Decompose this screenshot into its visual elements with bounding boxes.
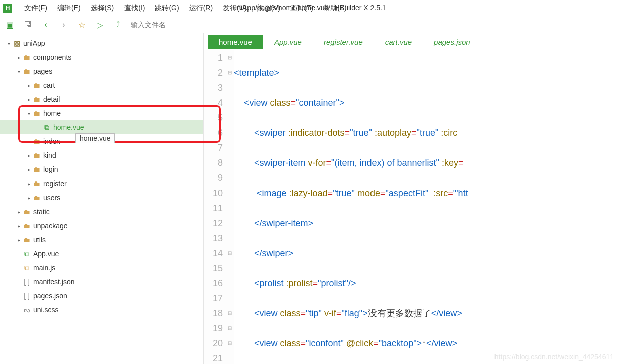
tree-label: manifest.json xyxy=(33,278,74,286)
line-number: 7 xyxy=(204,140,223,155)
tree-label: index xyxy=(43,137,60,145)
folder-icon: 🖿 xyxy=(22,208,31,216)
tree-unpackage[interactable]: ▸ 🖿 unpackage xyxy=(0,219,203,233)
code-line[interactable]: <image :lazy-load="true" mode="aspectFit… xyxy=(234,186,619,201)
tree-components[interactable]: ▸ 🖿 components xyxy=(0,50,203,64)
fold-icon[interactable]: ⊟ xyxy=(226,65,234,80)
tree-label: static xyxy=(33,208,50,216)
fold-icon[interactable]: ⊟ xyxy=(226,246,234,261)
menu-file[interactable]: 文件(F) xyxy=(19,4,52,13)
new-window-icon[interactable]: ▣ xyxy=(4,20,15,30)
app-logo-icon: H xyxy=(3,4,12,13)
tree-app-vue[interactable]: ⧉ App.vue xyxy=(0,247,203,261)
line-number: 13 xyxy=(204,231,223,246)
code-line[interactable]: <template> xyxy=(234,65,619,80)
folder-icon: 🖿 xyxy=(32,95,41,103)
fold-icon[interactable]: ⊟ xyxy=(226,336,234,351)
tree-login[interactable]: ▸ 🖿 login xyxy=(0,162,203,176)
nav-back-icon[interactable]: ‹ xyxy=(40,20,51,29)
menu-edit[interactable]: 编辑(E) xyxy=(52,4,86,13)
line-number: 9 xyxy=(204,170,223,186)
code-line[interactable]: <view class="tip" v-if="flag">没有更多数据了</v… xyxy=(234,306,619,321)
tree-label: App.vue xyxy=(33,250,59,258)
tab-pages-json[interactable]: pages.json xyxy=(423,35,481,49)
fold-gutter[interactable]: ⊟ ⊟ ⊟ ⊟ ⊟ ⊟ xyxy=(226,50,234,364)
save-icon[interactable]: 🖫 xyxy=(22,20,33,29)
line-number: 2 xyxy=(204,65,223,80)
fold-icon[interactable]: ⊟ xyxy=(226,306,234,321)
folder-icon: 🖿 xyxy=(22,222,31,230)
fold-icon xyxy=(226,80,234,95)
folder-icon: 🖿 xyxy=(22,236,31,244)
fold-icon xyxy=(226,216,234,231)
tab-register-vue[interactable]: register.vue xyxy=(313,35,374,49)
tree-label: kind xyxy=(43,151,56,159)
line-number: 10 xyxy=(204,186,223,201)
folder-icon: 🖿 xyxy=(32,81,41,89)
preview-icon[interactable]: ⤴ xyxy=(112,20,123,29)
tree-home-vue[interactable]: ⧉ home.vue xyxy=(0,120,203,134)
nav-forward-icon[interactable]: › xyxy=(58,20,69,29)
tree-kind[interactable]: ▸ 🖿 kind xyxy=(0,148,203,162)
code-line[interactable]: <view class="iconfont" @click="backtop">… xyxy=(234,336,619,351)
menu-goto[interactable]: 跳转(G) xyxy=(150,4,184,13)
tree-label: uni.scss xyxy=(33,306,59,314)
folder-icon: 🖿 xyxy=(32,194,41,202)
line-number: 20 xyxy=(204,336,223,351)
menu-select[interactable]: 选择(S) xyxy=(86,4,119,13)
tree-utils[interactable]: ▸ 🖿 utils xyxy=(0,233,203,247)
tree-uni-scss[interactable]: ᔓ uni.scss xyxy=(0,303,203,317)
code-area[interactable]: 1 2 3 4 5 6 7 8 9 10 11 12 13 14 15 16 1… xyxy=(204,50,619,364)
line-number: 12 xyxy=(204,216,223,231)
tree-home[interactable]: ▾ 🖿 home xyxy=(0,106,203,120)
json-file-icon: [ ] xyxy=(22,292,31,300)
chevron-right-icon: ▸ xyxy=(15,209,22,215)
tree-label: login xyxy=(43,165,58,173)
filename-input[interactable] xyxy=(131,21,231,29)
code-line[interactable]: <prolist :prolist="prolist"/> xyxy=(234,276,619,291)
tab-app-vue[interactable]: App.vue xyxy=(263,35,313,49)
line-number: 4 xyxy=(204,95,223,110)
tree-manifest-json[interactable]: [ ] manifest.json xyxy=(0,275,203,289)
code-line[interactable]: </swiper> xyxy=(234,246,619,261)
tab-cart-vue[interactable]: cart.vue xyxy=(374,35,423,49)
tree-label: pages.json xyxy=(33,292,67,300)
folder-open-icon: 🖿 xyxy=(22,67,31,75)
tab-home-vue[interactable]: home.vue xyxy=(208,35,263,49)
fold-icon xyxy=(226,140,234,155)
tree-pages[interactable]: ▾ 🖿 pages xyxy=(0,64,203,78)
chevron-right-icon: ▸ xyxy=(15,237,22,243)
tree-root[interactable]: ▾ ▩ uniApp xyxy=(0,36,203,50)
tree-label: home xyxy=(43,109,61,117)
fold-icon xyxy=(226,155,234,170)
project-explorer[interactable]: ▾ ▩ uniApp ▸ 🖿 components ▾ 🖿 pages ▸ 🖿 … xyxy=(0,33,203,364)
fold-icon xyxy=(226,351,234,364)
tree-detail[interactable]: ▸ 🖿 detail xyxy=(0,92,203,106)
tree-pages-json[interactable]: [ ] pages.json xyxy=(0,289,203,303)
tree-static[interactable]: ▸ 🖿 static xyxy=(0,205,203,219)
chevron-down-icon: ▾ xyxy=(25,111,32,116)
code-lines[interactable]: <template> <view class="container"> <swi… xyxy=(234,50,619,364)
window-title: uniApp/pages/home/home.vue - HBuilder X … xyxy=(194,4,425,12)
tree-main-js[interactable]: ⧉ main.js xyxy=(0,261,203,275)
tree-label: uniApp xyxy=(23,39,45,47)
menu-find[interactable]: 查找(I) xyxy=(119,4,150,13)
code-line[interactable]: <swiper :indicator-dots="true" :autoplay… xyxy=(234,125,619,140)
chevron-right-icon: ▸ xyxy=(25,83,32,88)
editor-pane: home.vue App.vue register.vue cart.vue p… xyxy=(203,33,619,364)
code-line[interactable]: <swiper-item v-for="(item, index) of ban… xyxy=(234,155,619,170)
tree-users[interactable]: ▸ 🖿 users xyxy=(0,191,203,205)
chevron-right-icon: ▸ xyxy=(15,55,22,60)
line-number: 16 xyxy=(204,276,223,291)
chevron-right-icon: ▸ xyxy=(25,153,32,158)
fold-icon[interactable]: ⊟ xyxy=(226,50,234,65)
tree-register[interactable]: ▸ 🖿 register xyxy=(0,176,203,191)
code-line[interactable]: </swiper-item> xyxy=(234,216,619,231)
tree-label: cart xyxy=(43,81,55,89)
fold-icon[interactable]: ⊟ xyxy=(226,321,234,336)
run-icon[interactable]: ▷ xyxy=(94,20,105,30)
line-number: 8 xyxy=(204,155,223,170)
favorite-icon[interactable]: ☆ xyxy=(76,20,87,30)
tree-cart[interactable]: ▸ 🖿 cart xyxy=(0,78,203,92)
code-line[interactable]: <view class="container"> xyxy=(234,95,619,110)
